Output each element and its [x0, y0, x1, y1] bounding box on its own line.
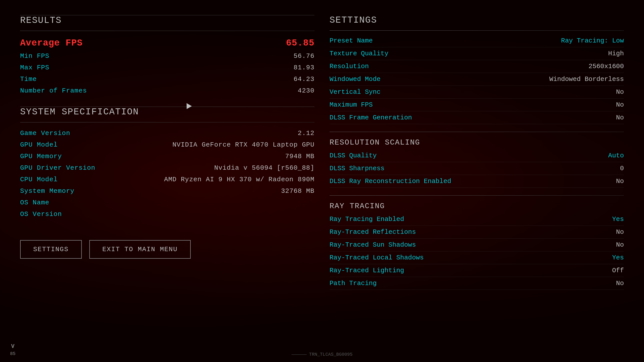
windowed-mode-value: Windowed Borderless — [549, 75, 624, 83]
version-badge: V 85 — [10, 343, 16, 357]
rt-reflections-label: Ray-Traced Reflections — [330, 228, 416, 236]
rt-lighting-row: Ray-Traced Lighting Off — [330, 264, 624, 277]
system-section: System Specification Game Version 2.12 G… — [20, 107, 314, 220]
time-row: Time 64.23 — [20, 73, 314, 85]
preset-name-label: Preset Name — [330, 37, 373, 44]
ray-tracing-header: Ray Tracing — [330, 198, 624, 213]
rt-sun-shadows-label: Ray-Traced Sun Shadows — [330, 241, 416, 249]
settings-divider — [330, 30, 624, 31]
rt-sun-shadows-value: No — [616, 241, 624, 249]
rt-local-shadows-row: Ray-Traced Local Shadows Yes — [330, 251, 624, 264]
gpu-model-row: GPU Model NVIDIA GeForce RTX 4070 Laptop… — [20, 139, 314, 151]
rt-local-shadows-value: Yes — [612, 254, 624, 261]
dlss-ray-recon-row: DLSS Ray Reconstruction Enabled No — [330, 175, 624, 188]
version-v-label: V — [11, 343, 14, 351]
dlss-ray-recon-label: DLSS Ray Reconstruction Enabled — [330, 177, 451, 185]
texture-quality-value: High — [608, 50, 624, 57]
dlss-frame-gen-value: No — [616, 114, 624, 121]
rt-enabled-row: Ray Tracing Enabled Yes — [330, 213, 624, 226]
bottom-bar: TRN_TLCAS_BG0095 — [0, 352, 644, 357]
cpu-model-label: CPU Model — [20, 176, 58, 183]
resolution-scaling-header: Resolution Scaling — [330, 134, 624, 149]
preset-name-row: Preset Name Ray Tracing: Low — [330, 34, 624, 47]
game-version-row: Game Version 2.12 — [20, 127, 314, 139]
settings-button[interactable]: Settings — [20, 240, 82, 259]
frames-label: Number of Frames — [20, 87, 87, 95]
resolution-scaling-section: Resolution Scaling DLSS Quality Auto DLS… — [330, 129, 624, 188]
dlss-quality-value: Auto — [608, 152, 624, 159]
settings-title: Settings — [330, 15, 624, 25]
average-fps-label: Average FPS — [20, 38, 83, 48]
preset-name-value: Ray Tracing: Low — [561, 37, 624, 44]
cpu-model-value: AMD Ryzen AI 9 HX 370 w/ Radeon 890M — [164, 176, 314, 183]
results-section: Results Average FPS 65.85 Min FPS 56.76 … — [20, 15, 314, 97]
frames-row: Number of Frames 4230 — [20, 85, 314, 97]
min-fps-row: Min FPS 56.76 — [20, 50, 314, 62]
gpu-model-value: NVIDIA GeForce RTX 4070 Laptop GPU — [173, 141, 315, 149]
os-name-row: OS Name — [20, 197, 314, 208]
system-memory-value: 32768 MB — [281, 187, 314, 195]
min-fps-value: 56.76 — [294, 52, 314, 60]
gpu-memory-label: GPU Memory — [20, 153, 62, 160]
dlss-frame-gen-row: DLSS Frame Generation No — [330, 111, 624, 124]
game-version-value: 2.12 — [298, 129, 314, 137]
gpu-memory-row: GPU Memory 7948 MB — [20, 151, 314, 162]
gpu-driver-row: GPU Driver Version Nvidia v 56094 [r560_… — [20, 162, 314, 174]
path-tracing-row: Path Tracing No — [330, 277, 624, 290]
vsync-row: Vertical Sync No — [330, 86, 624, 99]
system-divider — [20, 122, 314, 122]
rt-enabled-value: Yes — [612, 215, 624, 223]
bottom-line-left — [292, 354, 307, 355]
cpu-model-row: CPU Model AMD Ryzen AI 9 HX 370 w/ Radeo… — [20, 174, 314, 185]
results-divider — [20, 31, 314, 31]
gpu-driver-value: Nvidia v 56094 [r560_88] — [214, 164, 314, 172]
rt-divider — [330, 195, 624, 196]
max-fps-row: Max FPS 81.93 — [20, 62, 314, 73]
dlss-frame-gen-label: DLSS Frame Generation — [330, 114, 412, 121]
rt-local-shadows-label: Ray-Traced Local Shadows — [330, 254, 424, 261]
resolution-label: Resolution — [330, 63, 369, 70]
min-fps-label: Min FPS — [20, 52, 49, 60]
dlss-quality-row: DLSS Quality Auto — [330, 149, 624, 162]
max-fps-label: Max FPS — [20, 64, 49, 71]
system-memory-label: System Memory — [20, 187, 74, 195]
time-value: 64.23 — [294, 75, 314, 83]
rt-lighting-label: Ray-Traced Lighting — [330, 267, 404, 274]
average-fps-value: 65.85 — [286, 38, 314, 48]
time-label: Time — [20, 75, 37, 83]
dlss-sharpness-row: DLSS Sharpness 0 — [330, 162, 624, 175]
bottom-left-info: V 85 — [10, 343, 16, 357]
results-title: Results — [20, 15, 314, 26]
rt-lighting-value: Off — [612, 267, 624, 274]
dlss-quality-label: DLSS Quality — [330, 152, 377, 159]
texture-quality-label: Texture Quality — [330, 50, 388, 57]
gpu-memory-value: 7948 MB — [285, 153, 314, 160]
exit-to-main-menu-button[interactable]: Exit to Main Menu — [89, 240, 191, 259]
texture-quality-row: Texture Quality High — [330, 47, 624, 60]
dlss-sharpness-label: DLSS Sharpness — [330, 165, 384, 172]
vsync-label: Vertical Sync — [330, 88, 381, 96]
general-settings-section: Preset Name Ray Tracing: Low Texture Qua… — [330, 34, 624, 124]
max-fps-label: Maximum FPS — [330, 101, 373, 109]
max-fps-row: Maximum FPS No — [330, 99, 624, 111]
rt-reflections-row: Ray-Traced Reflections No — [330, 226, 624, 239]
version-number: 85 — [10, 351, 16, 357]
gpu-model-label: GPU Model — [20, 141, 58, 149]
os-name-label: OS Name — [20, 199, 49, 206]
system-title: System Specification — [20, 107, 314, 117]
path-tracing-label: Path Tracing — [330, 280, 377, 287]
frames-value: 4230 — [298, 87, 314, 95]
dlss-ray-recon-value: No — [616, 177, 624, 185]
os-version-label: OS Version — [20, 210, 62, 218]
rt-sun-shadows-row: Ray-Traced Sun Shadows No — [330, 239, 624, 251]
rt-enabled-label: Ray Tracing Enabled — [330, 215, 404, 223]
vsync-value: No — [616, 88, 624, 96]
dlss-sharpness-value: 0 — [620, 165, 624, 172]
path-tracing-value: No — [616, 280, 624, 287]
settings-panel: Settings Preset Name Ray Tracing: Low Te… — [330, 15, 624, 347]
buttons-row: Settings Exit to Main Menu — [20, 240, 314, 259]
max-fps-value: 81.93 — [294, 64, 314, 71]
game-version-label: Game Version — [20, 129, 70, 137]
gpu-driver-label: GPU Driver Version — [20, 164, 95, 172]
bottom-center: TRN_TLCAS_BG0095 — [292, 352, 353, 357]
